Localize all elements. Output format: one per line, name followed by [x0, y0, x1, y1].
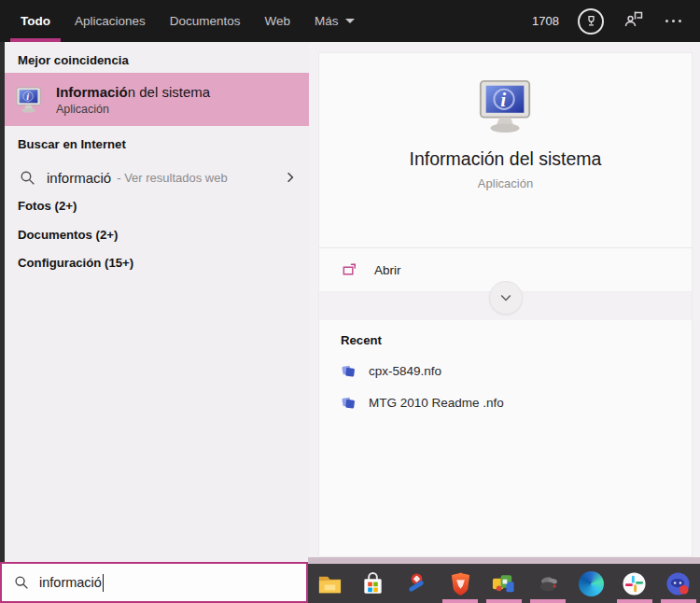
recent-section: Recent cpx-5849.nfo MTG 2010 Readme .nfo [319, 320, 692, 411]
category-configuracion[interactable]: Configuración (15+) [18, 256, 133, 270]
best-match-subtitle: Aplicación [56, 103, 210, 116]
suggestion-query: informació [47, 170, 111, 186]
nfo-file-icon [341, 395, 357, 411]
svg-text:i: i [500, 89, 506, 111]
topbar-actions: 1708 [532, 8, 683, 35]
brave-browser-icon[interactable] [441, 564, 479, 603]
tab-aplicaciones[interactable]: Aplicaciones [75, 0, 146, 42]
tab-web[interactable]: Web [265, 0, 291, 42]
search-icon [20, 170, 35, 186]
fly-utility-app-icon[interactable] [529, 564, 567, 603]
rewards-points: 1708 [532, 14, 559, 28]
taskbar-top-strip [308, 557, 700, 564]
tab-documentos[interactable]: Documentos [170, 0, 241, 42]
windows-search-flyout: Todo Aplicaciones Documentos Web Más 170… [0, 0, 700, 603]
taskbar-search-input[interactable]: informació [0, 562, 308, 603]
best-match-text: Información del sistema Aplicación [56, 84, 210, 116]
system-information-icon: i [14, 86, 44, 114]
text-cursor [103, 574, 105, 592]
microsoft-edge-icon[interactable] [572, 564, 609, 603]
category-fotos[interactable]: Fotos (2+) [18, 199, 77, 213]
game-app-icon[interactable] [485, 564, 523, 603]
search-results-panel: Mejor coincidencia i Información del sis… [5, 42, 309, 562]
category-documentos[interactable]: Documentos (2+) [18, 228, 118, 242]
best-match-result[interactable]: i Información del sistema Aplicación [5, 73, 309, 126]
taskbar [308, 564, 700, 603]
tab-label: Más [315, 14, 339, 28]
edge-swirl [579, 571, 604, 596]
best-match-header: Mejor coincidencia [18, 53, 129, 67]
tab-todo[interactable]: Todo [21, 0, 50, 42]
file-explorer-icon[interactable] [311, 564, 348, 603]
web-search-header: Buscar en Internet [18, 137, 126, 151]
detail-card: i Información del sistema Aplicación Abr… [319, 53, 692, 556]
tab-label: Todo [21, 14, 50, 28]
svg-text:i: i [26, 91, 29, 102]
rewards-trophy-icon[interactable] [578, 8, 604, 35]
more-options-icon[interactable] [664, 14, 683, 28]
tab-label: Documentos [170, 14, 241, 28]
search-filter-bar: Todo Aplicaciones Documentos Web Más 170… [0, 0, 700, 42]
recent-item-name: cpx-5849.nfo [369, 364, 441, 378]
recent-item[interactable]: cpx-5849.nfo [341, 363, 692, 379]
app-header: i Información del sistema Aplicación [319, 77, 692, 248]
discord-icon[interactable] [660, 564, 697, 603]
nfo-file-icon [341, 363, 357, 379]
system-information-icon: i [475, 77, 537, 135]
recent-item[interactable]: MTG 2010 Readme .nfo [341, 395, 692, 411]
open-action-label: Abrir [374, 263, 401, 277]
suggestion-hint: - Ver resultados web [117, 171, 228, 185]
tab-mas[interactable]: Más [315, 0, 355, 42]
tab-label: Web [265, 14, 291, 28]
result-detail-panel: i Información del sistema Aplicación Abr… [309, 42, 700, 562]
expand-band [319, 292, 692, 320]
chevron-right-icon[interactable] [283, 170, 298, 185]
app-title: Información del sistema [319, 148, 692, 170]
search-input-value: informació [39, 575, 102, 590]
best-match-title: Información del sistema [56, 84, 210, 100]
search-icon [14, 575, 29, 590]
tab-label: Aplicaciones [75, 14, 146, 28]
recent-header: Recent [341, 333, 692, 347]
app-subtitle: Aplicación [319, 176, 692, 190]
web-search-suggestion[interactable]: informació - Ver resultados web [5, 159, 309, 196]
filter-tabs: Todo Aplicaciones Documentos Web Más [21, 0, 355, 42]
chevron-down-icon [498, 290, 513, 305]
feedback-icon[interactable] [623, 8, 645, 34]
recent-item-name: MTG 2010 Readme .nfo [369, 396, 504, 410]
chevron-down-icon [345, 19, 355, 23]
launch-icon [341, 261, 358, 279]
expand-button[interactable] [489, 281, 523, 315]
microsoft-store-icon[interactable] [355, 564, 392, 603]
tool-app-icon[interactable] [399, 564, 436, 603]
slack-icon[interactable] [616, 564, 653, 603]
